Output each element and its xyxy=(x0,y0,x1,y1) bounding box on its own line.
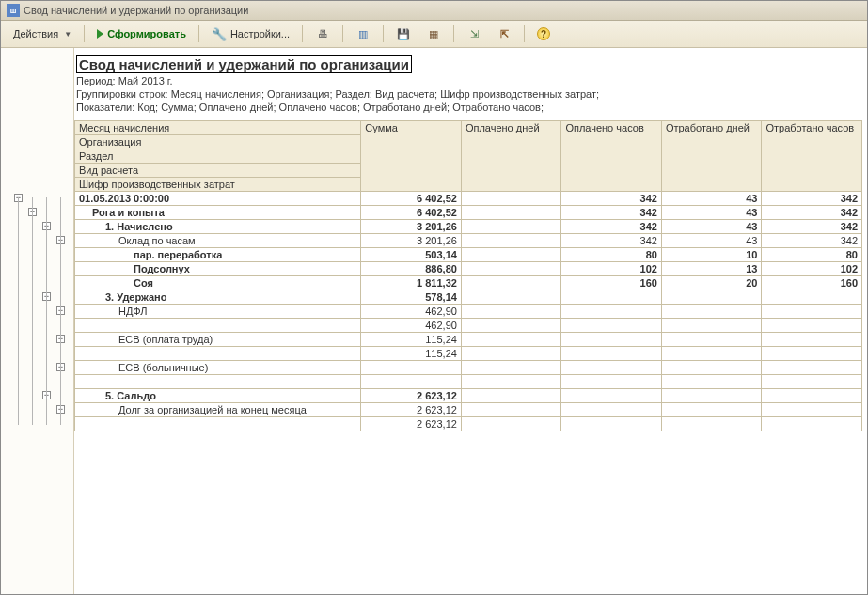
separator xyxy=(342,25,343,42)
row-wd: 13 xyxy=(661,262,762,276)
header-row5: Шифр производственных затрат xyxy=(75,178,361,192)
row-pd xyxy=(461,276,561,290)
row-pd xyxy=(461,403,561,417)
header-sum: Сумма xyxy=(361,121,462,192)
row-ph xyxy=(561,403,662,417)
row-wh xyxy=(762,305,862,319)
row-ph: 342 xyxy=(561,206,662,220)
row-wh: 342 xyxy=(762,192,862,206)
collapse-tree-button[interactable]: ⇱ xyxy=(490,23,518,44)
row-pd xyxy=(461,361,561,375)
row-wd: 43 xyxy=(661,220,762,234)
app-icon: ш xyxy=(7,4,20,17)
table-row: 01.05.2013 0:00:006 402,5234243342 xyxy=(75,192,862,206)
row-pd xyxy=(461,234,561,248)
row-pd xyxy=(461,262,561,276)
row-ph: 342 xyxy=(561,220,662,234)
table-row: Соя1 811,3216020160 xyxy=(75,276,862,290)
row-sum: 3 201,26 xyxy=(361,234,462,248)
expand-tree-icon: ⇲ xyxy=(466,26,481,41)
row-wd xyxy=(661,305,762,319)
row-pd xyxy=(461,206,561,220)
print-button[interactable]: 🖶 xyxy=(308,23,337,44)
row-wh xyxy=(762,333,862,347)
tree-gutter: −−−−−−−−−− xyxy=(1,48,74,594)
form-label: Сформировать xyxy=(107,28,186,39)
row-ph xyxy=(561,305,662,319)
help-button[interactable]: ? xyxy=(530,24,557,43)
row-label: 3. Удержано xyxy=(75,290,361,305)
row-ph xyxy=(561,417,662,431)
header-paid-days: Оплачено дней xyxy=(461,121,561,192)
header-paid-hours: Оплачено часов xyxy=(561,121,662,192)
expand-tree-button[interactable]: ⇲ xyxy=(460,23,488,44)
row-sum: 2 623,12 xyxy=(361,417,462,431)
table-row: 115,24 xyxy=(75,347,862,361)
row-pd xyxy=(461,333,561,347)
separator xyxy=(84,25,85,42)
cells-button[interactable]: ▦ xyxy=(419,23,448,44)
actions-menu[interactable]: Действия ▼ xyxy=(7,25,78,42)
row-wd xyxy=(661,375,762,389)
table-row: Оклад по часам3 201,2634243342 xyxy=(75,234,862,248)
row-pd xyxy=(461,417,561,431)
grouping-line: Группировки строк: Месяц начисления; Орг… xyxy=(76,88,867,100)
header-row3: Раздел xyxy=(75,149,361,164)
report-window: ш Свод начислений и удержаний по организ… xyxy=(0,0,868,595)
chart-icon: ▥ xyxy=(355,26,371,41)
row-ph xyxy=(561,389,662,403)
row-label: 1. Начислено xyxy=(75,220,361,234)
table-row: 5. Сальдо2 623,12 xyxy=(75,389,862,403)
row-wd: 20 xyxy=(661,276,762,290)
row-sum: 578,14 xyxy=(361,290,462,305)
row-ph: 80 xyxy=(561,248,662,262)
settings-button[interactable]: 🔧 Настройки... xyxy=(205,24,296,44)
row-label: 5. Сальдо xyxy=(75,389,361,403)
table-row: Рога и копыта6 402,5234243342 xyxy=(75,206,862,220)
printer-icon: 🖶 xyxy=(315,26,330,41)
save-button[interactable]: 💾 xyxy=(389,23,418,44)
row-label xyxy=(75,375,361,389)
row-ph xyxy=(561,333,662,347)
row-wh: 342 xyxy=(762,206,862,220)
row-wh: 160 xyxy=(762,276,862,290)
row-label: НДФЛ xyxy=(75,305,361,319)
row-sum: 503,14 xyxy=(361,248,462,262)
row-wd xyxy=(661,403,762,417)
row-ph xyxy=(561,347,662,361)
row-label xyxy=(75,417,361,431)
form-button[interactable]: Сформировать xyxy=(90,25,193,42)
table-row: ЕСВ (больничные) xyxy=(75,361,862,375)
row-wd xyxy=(661,389,762,403)
table-row: 1. Начислено3 201,2634243342 xyxy=(75,220,862,234)
row-wd xyxy=(661,417,762,431)
header-row4: Вид расчета xyxy=(75,164,361,178)
row-wd: 43 xyxy=(661,192,762,206)
table-row: 462,90 xyxy=(75,319,862,333)
header-worked-hours: Отработано часов xyxy=(762,121,862,192)
table-row xyxy=(75,375,862,389)
row-label xyxy=(75,319,361,333)
row-pd xyxy=(461,347,561,361)
row-wh: 342 xyxy=(762,220,862,234)
row-pd xyxy=(461,192,561,206)
period-line: Период: Май 2013 г. xyxy=(76,75,867,86)
help-icon: ? xyxy=(537,27,550,40)
row-wh: 102 xyxy=(762,262,862,276)
row-sum: 886,80 xyxy=(361,262,462,276)
row-pd xyxy=(461,305,561,319)
table-row: 2 623,12 xyxy=(75,417,862,431)
table-row: ЕСВ (оплата труда)115,24 xyxy=(75,333,862,347)
row-sum: 462,90 xyxy=(361,305,462,319)
body-area: −−−−−−−−−− Свод начислений и удержаний п… xyxy=(1,48,867,594)
row-sum: 115,24 xyxy=(361,347,462,361)
row-ph xyxy=(561,319,662,333)
title-bar: ш Свод начислений и удержаний по организ… xyxy=(1,1,867,21)
window-title: Свод начислений и удержаний по организац… xyxy=(24,5,248,16)
separator xyxy=(383,25,384,42)
row-sum: 3 201,26 xyxy=(361,220,462,234)
row-sum: 462,90 xyxy=(361,319,462,333)
toolbar: Действия ▼ Сформировать 🔧 Настройки... 🖶… xyxy=(1,21,867,48)
row-sum xyxy=(361,361,462,375)
chart-button[interactable]: ▥ xyxy=(349,23,377,44)
